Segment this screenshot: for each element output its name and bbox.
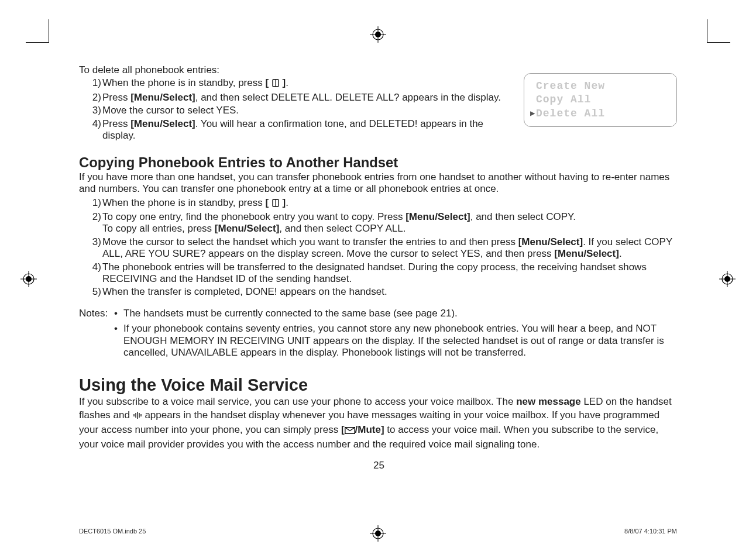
copy-heading: Copying Phonebook Entries to Another Han… (79, 154, 679, 171)
footer-timestamp: 8/8/07 4:10:31 PM (624, 528, 677, 535)
voicemail-heading: Using the Voice Mail Service (79, 375, 679, 395)
registration-mark-icon (370, 26, 386, 43)
list-item: To copy one entry, find the phonebook en… (79, 211, 679, 235)
list-item: When the transfer is completed, DONE! ap… (79, 286, 679, 298)
notes-block: Notes: The handsets must be currently co… (79, 308, 679, 363)
crop-mark (707, 19, 707, 43)
list-item: The phonebook entries will be transferre… (79, 261, 679, 285)
envelope-icon (345, 425, 355, 438)
list-item: Move the cursor to select YES. (79, 105, 512, 116)
voicemail-paragraph: If you subscribe to a voice mail service… (79, 395, 679, 452)
copy-steps: When the phone is in standby, press [ ].… (79, 197, 679, 298)
registration-mark-icon (20, 271, 37, 287)
copy-intro: If you have more than one handset, you c… (79, 171, 679, 195)
footer-filename: DECT6015 OM.indb 25 (79, 528, 146, 535)
voicemail-wave-icon (133, 410, 142, 423)
list-item: Press [Menu/Select], and then select DEL… (79, 92, 512, 104)
crop-mark (49, 19, 49, 43)
delete-steps: When the phone is in standby, press [ ].… (79, 77, 512, 142)
delete-intro: To delete all phonebook entries: (79, 64, 679, 76)
notes-label: Notes: (79, 308, 114, 363)
list-item: Move the cursor to select the handset wh… (79, 236, 679, 260)
note-item: If your phonebook contains seventy entri… (114, 323, 679, 359)
phonebook-icon (272, 78, 280, 90)
page-number: 25 (79, 460, 679, 471)
list-item: When the phone is in standby, press [ ]. (79, 197, 679, 210)
crop-mark (707, 42, 730, 43)
crop-mark (26, 42, 49, 43)
note-item: The handsets must be currently connected… (114, 308, 679, 319)
list-item: Press [Menu/Select]. You will hear a con… (79, 118, 512, 142)
list-item: When the phone is in standby, press [ ]. (79, 77, 512, 90)
registration-mark-icon (719, 271, 736, 287)
phonebook-icon (272, 198, 280, 210)
